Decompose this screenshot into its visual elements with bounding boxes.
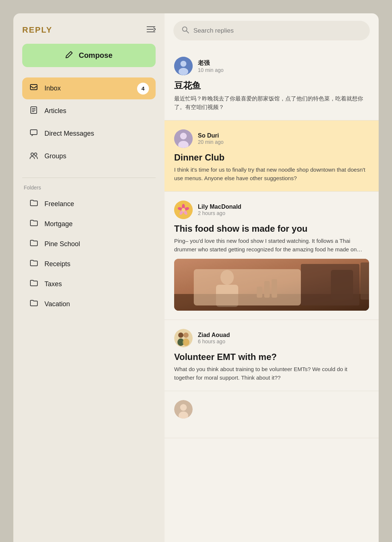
sidebar-item-inbox[interactable]: Inbox 4 [22, 77, 156, 99]
avatar [174, 201, 193, 219]
folder-icon [29, 280, 39, 288]
sender-info: 老强 10 min ago [198, 59, 223, 73]
pencil-icon [65, 50, 73, 60]
message-preview: 最近忙吗？昨晚我去了你最喜爱的那家饭馆，点了他们的特色菜，吃着就想你了。有空咱们… [174, 95, 369, 111]
folder-item-taxes[interactable]: Taxes [22, 274, 156, 294]
nav-divider [22, 178, 156, 178]
message-title: 豆花鱼 [174, 80, 369, 92]
folder-icon [29, 239, 39, 248]
message-header: Ziad Aouad 6 hours ago [174, 329, 369, 347]
folder-label-receipts: Receipts [44, 260, 70, 268]
folder-icon [29, 219, 39, 228]
message-header: So Duri 20 min ago [174, 129, 369, 148]
message-preview: I think it's time for us to finally try … [174, 166, 369, 182]
sidebar: REPLY Compose [13, 13, 165, 542]
dm-icon [29, 129, 39, 139]
message-preview: What do you think about training to be v… [174, 365, 369, 382]
svg-rect-31 [264, 281, 270, 298]
message-title: Dinner Club [174, 152, 369, 163]
articles-label: Articles [44, 107, 66, 115]
folder-list: Freelance Mortgage Pine School [22, 194, 156, 314]
svg-rect-8 [30, 130, 37, 135]
folder-item-vacation[interactable]: Vacation [22, 294, 156, 314]
sender-time: 20 min ago [198, 139, 223, 145]
inbox-icon [29, 83, 39, 93]
svg-line-12 [187, 31, 189, 33]
search-input[interactable] [193, 27, 362, 34]
svg-rect-30 [257, 287, 262, 298]
sender-name: Ziad Aouad [198, 332, 230, 338]
svg-point-39 [183, 333, 189, 338]
avatar [174, 57, 193, 75]
sender-info: Ziad Aouad 6 hours ago [198, 332, 230, 344]
folder-icon [29, 199, 39, 208]
message-header: 老强 10 min ago [174, 57, 369, 75]
sender-time: 2 hours ago [198, 210, 241, 216]
message-card[interactable] [165, 391, 379, 438]
avatar [174, 400, 193, 419]
sidebar-item-groups[interactable]: Groups [22, 145, 156, 167]
messages-list: 老强 10 min ago 豆花鱼 最近忙吗？昨晚我去了你最喜爱的那家饭馆，点了… [165, 48, 379, 438]
svg-point-15 [179, 68, 188, 75]
message-card[interactable]: Ziad Aouad 6 hours ago Volunteer EMT wit… [165, 320, 379, 391]
inbox-badge: 4 [137, 83, 149, 95]
app-logo: REPLY [22, 25, 52, 35]
groups-icon [29, 151, 39, 161]
message-preview: Ping– you'd love this new food show I st… [174, 237, 369, 254]
dm-label: Direct Messages [44, 130, 94, 138]
message-card[interactable]: So Duri 20 min ago Dinner Club I think i… [165, 120, 379, 192]
message-title: Volunteer EMT with me? [174, 352, 369, 362]
folder-item-pine-school[interactable]: Pine School [22, 234, 156, 254]
message-card[interactable]: 老强 10 min ago 豆花鱼 最近忙吗？昨晚我去了你最喜爱的那家饭馆，点了… [165, 48, 379, 120]
svg-rect-35 [174, 259, 369, 311]
folder-icon [29, 260, 39, 268]
svg-point-44 [180, 404, 187, 411]
message-card[interactable]: Lily MacDonald 2 hours ago This food sho… [165, 192, 379, 320]
folder-item-mortgage[interactable]: Mortgage [22, 214, 156, 234]
app-container: REPLY Compose [0, 0, 392, 542]
nav-list: Inbox 4 Articles [22, 77, 156, 167]
folder-icon [29, 300, 39, 308]
message-header [174, 400, 369, 419]
folder-label-vacation: Vacation [44, 300, 70, 308]
svg-point-14 [180, 61, 186, 67]
sender-time: 10 min ago [198, 67, 223, 73]
folder-item-freelance[interactable]: Freelance [22, 194, 156, 214]
search-bar [173, 21, 370, 40]
message-image [174, 259, 369, 311]
svg-point-17 [180, 133, 187, 139]
svg-rect-28 [216, 285, 238, 307]
groups-label: Groups [44, 152, 66, 160]
sender-name: So Duri [198, 132, 223, 139]
sender-name [198, 403, 199, 410]
folders-label: Folders [22, 185, 156, 191]
sidebar-item-direct-messages[interactable]: Direct Messages [22, 123, 156, 145]
folder-item-receipts[interactable]: Receipts [22, 254, 156, 274]
svg-rect-32 [272, 279, 277, 298]
folder-label-freelance: Freelance [44, 200, 74, 208]
menu-icon[interactable] [147, 26, 156, 35]
avatar [174, 129, 193, 148]
sender-info [198, 403, 199, 416]
message-title: This food show is made for you [174, 224, 369, 234]
svg-point-10 [34, 153, 37, 156]
sender-time [198, 410, 199, 416]
svg-point-27 [220, 270, 234, 285]
search-bar-wrapper [165, 13, 379, 48]
svg-point-36 [174, 329, 193, 347]
sender-info: So Duri 20 min ago [198, 132, 223, 145]
compose-button[interactable]: Compose [22, 44, 156, 67]
sender-name: 老强 [198, 59, 223, 67]
food-show-visual [174, 259, 369, 311]
svg-point-11 [183, 27, 187, 32]
sender-name: Lily MacDonald [198, 204, 241, 210]
folder-label-mortgage: Mortgage [44, 220, 73, 228]
compose-label: Compose [79, 51, 112, 60]
sidebar-header: REPLY [22, 25, 156, 35]
svg-point-9 [31, 153, 34, 156]
svg-point-37 [178, 333, 183, 338]
sender-info: Lily MacDonald 2 hours ago [198, 204, 241, 216]
svg-point-25 [182, 208, 185, 212]
sidebar-item-articles[interactable]: Articles [22, 100, 156, 122]
svg-rect-33 [331, 270, 353, 300]
